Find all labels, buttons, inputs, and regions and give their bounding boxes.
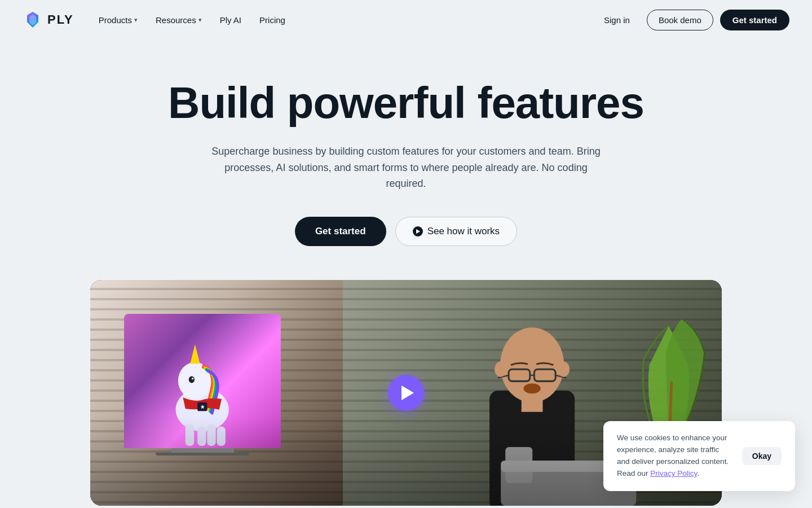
pricing-nav[interactable]: Pricing (253, 11, 292, 29)
hero-subtitle: Supercharge business by building custom … (209, 143, 603, 192)
sign-in-button[interactable]: Sign in (594, 11, 640, 29)
svg-text:★: ★ (200, 404, 205, 410)
hero-get-started-button[interactable]: Get started (295, 217, 386, 246)
resources-nav[interactable]: Resources ▾ (149, 11, 209, 29)
monitor-base (156, 453, 249, 456)
ply-ai-nav[interactable]: Ply AI (213, 11, 248, 29)
nav-right: Sign in Book demo Get started (594, 10, 789, 30)
logo-link[interactable]: PLY (23, 10, 74, 30)
nav-left: PLY Products ▾ Resources ▾ Ply AI Pricin… (23, 10, 292, 30)
cookie-banner: We use cookies to enhance your experienc… (603, 421, 795, 491)
svg-rect-13 (522, 395, 543, 412)
nav-links: Products ▾ Resources ▾ Ply AI Pricing (92, 11, 292, 29)
ply-logo-icon (23, 10, 43, 30)
products-chevron-icon: ▾ (134, 16, 138, 24)
book-demo-button[interactable]: Book demo (647, 10, 713, 30)
svg-rect-6 (217, 427, 226, 446)
products-nav[interactable]: Products ▾ (92, 11, 144, 29)
svg-point-7 (189, 376, 195, 383)
play-button[interactable] (388, 375, 424, 411)
svg-point-8 (192, 378, 193, 379)
svg-rect-4 (197, 427, 206, 446)
svg-marker-2 (191, 344, 200, 364)
monitor-stand (171, 448, 234, 453)
hero-see-how-button[interactable]: See how it works (395, 217, 518, 246)
get-started-nav-button[interactable]: Get started (720, 10, 789, 30)
navbar: PLY Products ▾ Resources ▾ Ply AI Pricin… (0, 0, 812, 40)
privacy-policy-link[interactable]: Privacy Policy (650, 469, 697, 478)
play-triangle-icon (401, 386, 414, 400)
svg-rect-3 (186, 424, 194, 446)
svg-rect-5 (208, 424, 216, 446)
video-left-panel: ★ (90, 280, 374, 506)
svg-point-19 (495, 362, 507, 377)
mac-monitor: ★ (124, 314, 280, 472)
monitor-screen: ★ (124, 314, 280, 448)
hero-buttons: Get started See how it works (23, 217, 789, 246)
resources-chevron-icon: ▾ (198, 16, 202, 24)
svg-point-20 (558, 362, 570, 377)
unicorn-illustration: ★ (132, 327, 272, 448)
play-icon-small (413, 226, 423, 237)
cookie-okay-button[interactable]: Okay (742, 447, 782, 465)
cookie-text: We use cookies to enhance your experienc… (617, 432, 733, 480)
logo-text: PLY (47, 12, 74, 27)
svg-point-21 (524, 383, 541, 393)
hero-title: Build powerful features (23, 79, 789, 128)
